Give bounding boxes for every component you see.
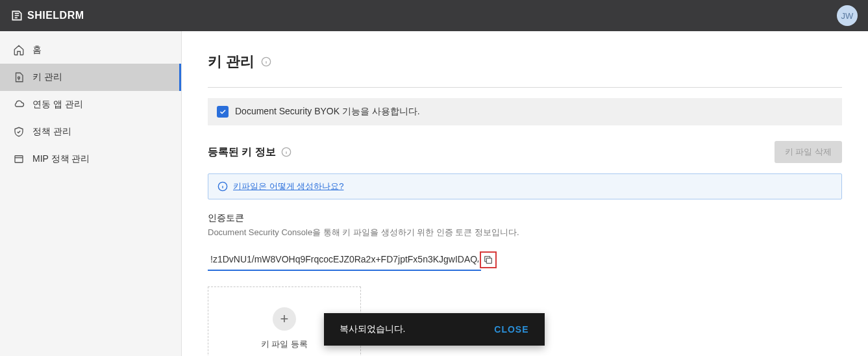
info-banner: 키파일은 어떻게 생성하나요? [208, 173, 842, 199]
info-icon[interactable] [281, 147, 291, 157]
sidebar-item-label: 키 관리 [32, 71, 62, 83]
info-icon[interactable] [261, 57, 271, 67]
sidebar-item-app-mgmt[interactable]: 연동 앱 관리 [0, 91, 181, 118]
plus-icon: + [273, 307, 296, 331]
avatar[interactable]: JW [837, 5, 858, 26]
sidebar-item-mip-policy[interactable]: MIP 정책 관리 [0, 146, 181, 173]
toast: 복사되었습니다. CLOSE [324, 313, 545, 346]
home-icon [13, 44, 25, 56]
brand-logo: SHIELDRM [10, 9, 84, 22]
avatar-initials: JW [841, 11, 854, 21]
byok-checkbox-row: Document Security BYOK 기능을 사용합니다. [208, 98, 842, 125]
main-content: 키 관리 Document Security BYOK 기능을 사용합니다. 등… [182, 31, 868, 356]
sidebar: 홈 키 관리 연동 앱 관리 정책 관리 MIP 정책 관리 [0, 31, 182, 356]
sidebar-item-policy-mgmt[interactable]: 정책 관리 [0, 118, 181, 146]
brand-text: SHIELDRM [27, 10, 84, 21]
copy-button[interactable] [480, 251, 497, 268]
sidebar-item-label: 정책 관리 [32, 126, 71, 138]
app-header: SHIELDRM JW [0, 0, 868, 31]
sidebar-item-key-mgmt[interactable]: 키 관리 [0, 64, 181, 91]
shield-logo-icon [10, 9, 23, 22]
page-title: 키 관리 [208, 52, 254, 71]
svg-point-0 [18, 77, 20, 79]
delete-key-button[interactable]: 키 파일 삭제 [775, 141, 842, 163]
key-icon [13, 71, 25, 83]
toast-message: 복사되었습니다. [340, 324, 406, 335]
token-desc: Document Security Console을 통해 키 파일을 생성하기… [208, 227, 842, 238]
copy-icon [483, 255, 493, 265]
sidebar-item-label: MIP 정책 관리 [32, 153, 90, 165]
cloud-icon [13, 99, 25, 110]
upload-label: 키 파일 등록 [261, 338, 308, 350]
token-label: 인증토큰 [208, 212, 842, 224]
sidebar-item-home[interactable]: 홈 [0, 36, 181, 64]
divider [208, 87, 842, 88]
square-icon [13, 153, 25, 165]
section-title: 등록된 키 정보 [208, 146, 276, 159]
svg-rect-5 [486, 258, 491, 263]
sidebar-item-label: 연동 앱 관리 [32, 99, 83, 110]
toast-close-button[interactable]: CLOSE [494, 324, 528, 335]
info-icon [217, 181, 228, 192]
byok-checkbox[interactable] [217, 106, 229, 118]
byok-checkbox-label: Document Security BYOK 기능을 사용합니다. [235, 106, 420, 118]
shield-icon [13, 126, 25, 138]
sidebar-item-label: 홈 [32, 44, 42, 56]
token-input[interactable] [208, 249, 481, 271]
svg-rect-1 [15, 156, 23, 163]
how-to-generate-link[interactable]: 키파일은 어떻게 생성하나요? [233, 181, 343, 192]
check-icon [219, 108, 227, 116]
